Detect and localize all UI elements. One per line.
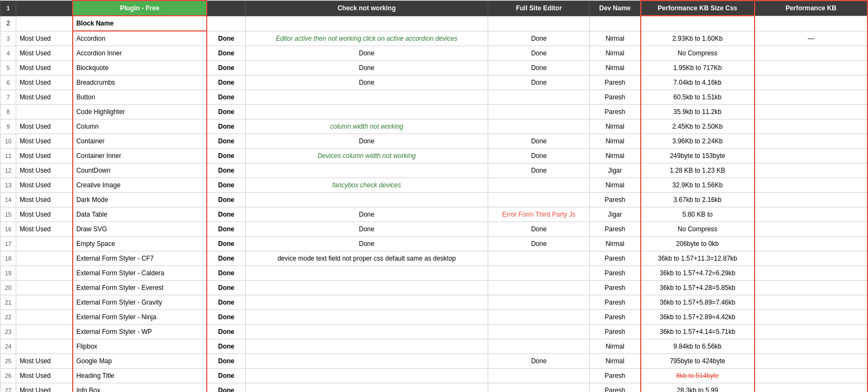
table-row: 19External Form Styler - CalderaDonePare… <box>1 266 868 281</box>
done-cell: Done <box>207 237 245 251</box>
most-used-label: Most Used <box>16 31 73 46</box>
dev-name: Paresh <box>590 281 641 295</box>
header-row: 1 Plugin - Free Check not working Full S… <box>1 1 868 16</box>
perf-kb <box>755 61 867 75</box>
table-row: 13Most UsedCreative ImageDonefancybox ch… <box>1 178 868 193</box>
check-cell: Done <box>245 61 488 75</box>
most-used-label <box>16 237 73 251</box>
block-name: Draw SVG <box>73 222 207 237</box>
row-number: 9 <box>1 119 16 134</box>
table-row: 5Most UsedBlockquoteDoneDoneDoneNirmal1.… <box>1 61 868 75</box>
table-row: 14Most UsedDark ModeDoneParesh3.67kb to … <box>1 193 868 207</box>
block-name: External Form Styler - CF7 <box>73 251 207 266</box>
perf-kb <box>755 310 867 325</box>
perf-kb <box>755 149 867 163</box>
most-used-label: Most Used <box>16 90 73 105</box>
check-cell: fancybox check devices <box>245 178 488 193</box>
block-name: Blockquote <box>73 61 207 75</box>
subheader-perfkb <box>755 16 867 31</box>
table-row: 8Code HighlighterDoneParesh35.9kb to 11.… <box>1 105 868 119</box>
check-cell: Done <box>245 207 488 222</box>
check-cell: Done <box>245 222 488 237</box>
row-number: 15 <box>1 207 16 222</box>
header-perf-kb: Performance KB <box>755 1 867 16</box>
done-cell: Done <box>207 105 245 119</box>
fse-cell: Done <box>488 31 590 46</box>
table-row: 22External Form Styler - NinjaDoneParesh… <box>1 310 868 325</box>
perf-css: 2.93Kb to 1.60Kb <box>641 31 755 46</box>
check-cell <box>245 383 488 393</box>
table-row: 27Most UsedInfo BoxDoneParesh28.3kb to 5… <box>1 383 868 393</box>
row-number: 10 <box>1 134 16 149</box>
fse-cell: Done <box>488 354 590 369</box>
block-name: Accordion <box>73 31 207 46</box>
block-name: External Form Styler - Ninja <box>73 310 207 325</box>
perf-css: 28.3kb to 5.99 <box>641 383 755 393</box>
fse-cell <box>488 266 590 281</box>
perf-kb <box>755 266 867 281</box>
most-used-label <box>16 266 73 281</box>
table-row: 10Most UsedContainerDoneDoneDoneNirmal3.… <box>1 134 868 149</box>
done-cell: Done <box>207 207 245 222</box>
perf-css: 2.45Kb to 2.50Kb <box>641 119 755 134</box>
done-cell: Done <box>207 251 245 266</box>
dev-name: Paresh <box>590 222 641 237</box>
fse-cell <box>488 178 590 193</box>
perf-kb <box>755 90 867 105</box>
check-cell <box>245 325 488 339</box>
row-number: 23 <box>1 325 16 339</box>
perf-css: 7.04kb to 4.16kb <box>641 75 755 90</box>
row-number: 22 <box>1 310 16 325</box>
dev-name: Paresh <box>590 369 641 383</box>
fse-cell <box>488 193 590 207</box>
perf-css: 5.80 KB to <box>641 207 755 222</box>
dev-name: Paresh <box>590 193 641 207</box>
row-number: 17 <box>1 237 16 251</box>
check-cell: Done <box>245 134 488 149</box>
dev-name: Nirmal <box>590 31 641 46</box>
block-name: Code Highlighter <box>73 105 207 119</box>
perf-css: 249byte to 153byte <box>641 149 755 163</box>
table-row: 3Most UsedAccordionDoneEditor active the… <box>1 31 868 46</box>
block-name: Google Map <box>73 354 207 369</box>
perf-css: 206byte to 0kb <box>641 237 755 251</box>
perf-css: 1.95Kb to 717Kb <box>641 61 755 75</box>
done-cell: Done <box>207 46 245 61</box>
fse-cell: Done <box>488 222 590 237</box>
fse-cell: Done <box>488 134 590 149</box>
check-cell <box>245 281 488 295</box>
fse-cell <box>488 383 590 393</box>
subheader-row: 2 Block Name <box>1 16 868 31</box>
fse-cell <box>488 281 590 295</box>
block-name: Creative Image <box>73 178 207 193</box>
row-number: 20 <box>1 281 16 295</box>
perf-css: No Compress <box>641 222 755 237</box>
perf-kb <box>755 134 867 149</box>
fse-cell <box>488 339 590 354</box>
perf-css: No Compress <box>641 46 755 61</box>
row-number: 5 <box>1 61 16 75</box>
row-number: 26 <box>1 369 16 383</box>
fse-cell <box>488 251 590 266</box>
perf-kb <box>755 207 867 222</box>
dev-name: Nirmal <box>590 237 641 251</box>
fse-cell <box>488 105 590 119</box>
check-cell <box>245 339 488 354</box>
most-used-label <box>16 310 73 325</box>
block-name: External Form Styler - WP <box>73 325 207 339</box>
perf-kb <box>755 295 867 310</box>
done-cell: Done <box>207 369 245 383</box>
perf-kb <box>755 193 867 207</box>
header-check: Check not working <box>245 1 488 16</box>
done-cell: Done <box>207 281 245 295</box>
check-cell <box>245 90 488 105</box>
dev-name: Nirmal <box>590 149 641 163</box>
table-row: 25Most UsedGoogle MapDoneDoneNirmal795by… <box>1 354 868 369</box>
perf-css: 36kb to 1.57+4.14=5.71kb <box>641 325 755 339</box>
done-cell: Done <box>207 134 245 149</box>
most-used-label: Most Used <box>16 61 73 75</box>
perf-kb <box>755 325 867 339</box>
dev-name: Paresh <box>590 266 641 281</box>
check-cell: device mode text field not proper css de… <box>245 251 488 266</box>
table-row: 26Most UsedHeading TitleDoneParesh8kb to… <box>1 369 868 383</box>
